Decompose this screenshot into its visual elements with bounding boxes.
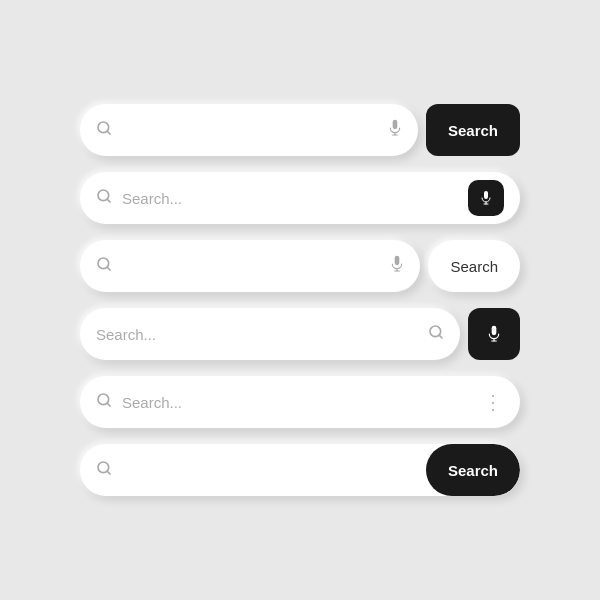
search-button-1[interactable]: Search — [426, 104, 520, 156]
mic-icon-1 — [388, 119, 402, 142]
svg-line-1 — [107, 131, 110, 134]
more-options-icon[interactable]: ⋮ — [483, 390, 504, 414]
svg-rect-17 — [492, 326, 497, 335]
search-box-4 — [80, 308, 460, 360]
search-icon-6 — [96, 460, 112, 481]
search-button-6[interactable]: Search — [426, 444, 520, 496]
search-box-1 — [80, 104, 418, 156]
search-icon-4-right — [428, 324, 444, 345]
search-row-4 — [80, 308, 520, 360]
search-input-1[interactable] — [122, 122, 388, 139]
search-box-3 — [80, 240, 420, 292]
svg-line-21 — [107, 403, 110, 406]
search-input-5[interactable] — [122, 394, 483, 411]
search-row-1: Search — [80, 104, 520, 156]
mic-button-dark-2[interactable] — [468, 180, 504, 216]
search-row-3: Search — [80, 240, 520, 292]
svg-rect-7 — [484, 191, 488, 199]
svg-line-16 — [439, 335, 442, 338]
search-icon-5 — [96, 392, 112, 413]
search-box-5: ⋮ — [80, 376, 520, 428]
svg-line-11 — [107, 267, 110, 270]
search-icon-2 — [96, 188, 112, 209]
search-variants-container: Search Search — [60, 84, 540, 516]
search-icon-3 — [96, 256, 112, 277]
svg-rect-12 — [395, 255, 400, 264]
search-button-3[interactable]: Search — [428, 240, 520, 292]
mic-icon-3 — [390, 255, 404, 278]
svg-rect-2 — [393, 119, 398, 128]
search-input-3[interactable] — [122, 258, 390, 275]
search-box-2 — [80, 172, 520, 224]
search-icon — [96, 120, 112, 141]
search-row-2 — [80, 172, 520, 224]
search-row-5: ⋮ — [80, 376, 520, 428]
search-input-4[interactable] — [96, 326, 428, 343]
svg-line-23 — [107, 471, 110, 474]
search-input-6[interactable] — [122, 462, 426, 479]
search-box-6: Search — [80, 444, 520, 496]
search-input-2[interactable] — [122, 190, 468, 207]
mic-button-4[interactable] — [468, 308, 520, 360]
search-row-6: Search — [80, 444, 520, 496]
svg-line-6 — [107, 199, 110, 202]
